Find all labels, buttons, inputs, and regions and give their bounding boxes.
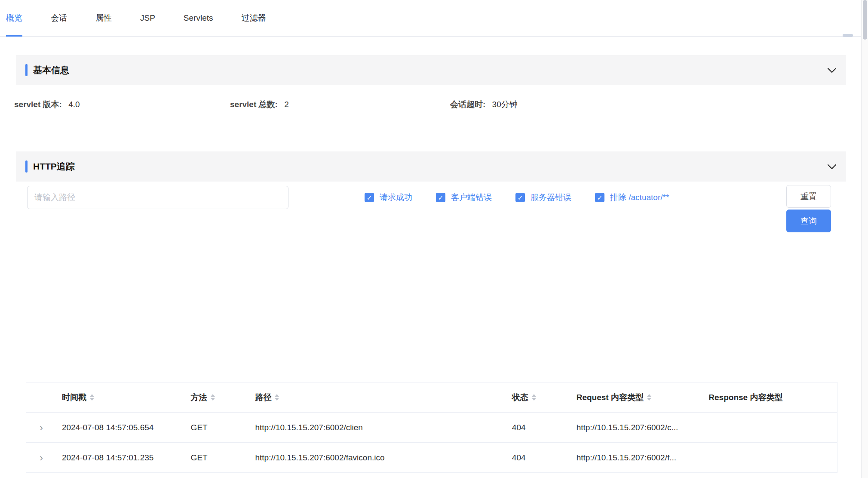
tab-session[interactable]: 会话 [51, 0, 67, 37]
status-filter-group: ✓ 请求成功 ✓ 客户端错误 ✓ 服务器错误 ✓ 排除 /actuator/** [365, 186, 669, 209]
checkbox-checked-icon[interactable]: ✓ [436, 193, 445, 202]
filter-label: 请求成功 [380, 192, 412, 203]
session-timeout-field: 会话超时: 30分钟 [450, 99, 518, 110]
column-header-method[interactable]: 方法 [185, 392, 250, 403]
servlet-total-field: servlet 总数: 2 [230, 99, 289, 110]
table-row: › 2024-07-08 14:57:01.235 GET http://10.… [26, 443, 837, 473]
cell-path: http://10.15.15.207:6002/favicon.ico [249, 453, 506, 463]
cell-timestamp: 2024-07-08 14:57:01.235 [56, 453, 185, 463]
checkbox-checked-icon[interactable]: ✓ [595, 193, 604, 202]
filter-server-error[interactable]: ✓ 服务器错误 [515, 192, 571, 203]
column-header-path[interactable]: 路径 [249, 392, 506, 403]
table-row: › 2024-07-08 14:57:05.654 GET http://10.… [26, 413, 837, 443]
cell-status: 404 [506, 423, 571, 432]
sort-icon[interactable] [90, 394, 94, 401]
cell-request-content-type: http://10.15.15.207:6002/f... [571, 453, 703, 463]
tab-bar: 概览 会话 属性 JSP Servlets 过滤器 [0, 0, 861, 37]
filter-client-error[interactable]: ✓ 客户端错误 [436, 192, 492, 203]
reset-button[interactable]: 重置 [786, 185, 831, 208]
accent-bar [25, 160, 28, 173]
http-trace-chart: 15 10 5 0 2024-07-08 14:57:02.365 2024-0… [0, 256, 868, 366]
chevron-right-icon[interactable]: › [40, 422, 43, 433]
field-value: 4.0 [68, 100, 80, 109]
filter-label: 客户端错误 [451, 192, 492, 203]
servlet-overview-page: 概览 会话 属性 JSP Servlets 过滤器 基本信息 servlet 版… [0, 0, 868, 478]
filter-label: 服务器错误 [531, 192, 571, 203]
servlet-version-field: servlet 版本: 4.0 [14, 99, 80, 110]
tab-overview[interactable]: 概览 [6, 0, 22, 37]
tab-filters[interactable]: 过滤器 [242, 0, 266, 37]
check-icon: ✓ [518, 194, 523, 201]
accent-bar [25, 64, 28, 76]
query-button[interactable]: 查询 [786, 210, 831, 232]
cell-path: http://10.15.15.207:6002/clien [249, 423, 506, 432]
cell-method: GET [185, 453, 250, 463]
filter-label: 排除 /actuator/** [610, 192, 669, 203]
column-label: 状态 [512, 392, 528, 403]
checkbox-checked-icon[interactable]: ✓ [515, 193, 525, 202]
filter-request-success[interactable]: ✓ 请求成功 [365, 192, 412, 203]
vertical-scrollbar[interactable] [861, 0, 868, 478]
cell-status: 404 [506, 453, 571, 463]
http-trace-title: HTTP追踪 [33, 160, 75, 173]
column-label: Response 内容类型 [709, 392, 782, 403]
column-header-status[interactable]: 状态 [506, 392, 571, 403]
table-header-row: 时间戳 方法 路径 状态 Request 内容类型 Response 内容类型 [26, 382, 837, 413]
sort-icon[interactable] [532, 394, 536, 401]
column-header-response-content-type: Response 内容类型 [703, 392, 837, 403]
tab-attributes[interactable]: 属性 [95, 0, 112, 37]
http-trace-section-header[interactable]: HTTP追踪 [16, 151, 846, 182]
checkbox-checked-icon[interactable]: ✓ [365, 193, 374, 202]
field-value: 30分钟 [492, 100, 518, 109]
filter-exclude-actuator[interactable]: ✓ 排除 /actuator/** [595, 192, 669, 203]
field-label: servlet 版本: [14, 100, 62, 109]
check-icon: ✓ [597, 194, 603, 201]
path-search-input[interactable] [27, 186, 288, 209]
basic-info-section-header[interactable]: 基本信息 [16, 55, 846, 85]
sort-icon[interactable] [275, 394, 279, 401]
cell-request-content-type: http://10.15.15.207:6002/c... [571, 423, 703, 432]
field-value: 2 [284, 100, 289, 109]
column-label: 方法 [191, 392, 207, 403]
check-icon: ✓ [367, 194, 372, 201]
http-trace-table: 时间戳 方法 路径 状态 Request 内容类型 Response 内容类型 [26, 382, 837, 473]
column-label: 路径 [255, 392, 271, 403]
horizontal-scrollbar-thumb[interactable] [843, 34, 853, 37]
cell-timestamp: 2024-07-08 14:57:05.654 [56, 423, 185, 432]
chevron-right-icon[interactable]: › [40, 453, 43, 463]
sort-icon[interactable] [647, 394, 651, 401]
chevron-down-icon[interactable] [827, 164, 837, 170]
cell-method: GET [185, 423, 250, 432]
field-label: servlet 总数: [230, 100, 278, 109]
column-header-request-content-type[interactable]: Request 内容类型 [571, 392, 703, 403]
basic-info-title: 基本信息 [33, 64, 69, 76]
tab-jsp[interactable]: JSP [140, 0, 155, 37]
column-label: Request 内容类型 [577, 392, 644, 403]
vertical-scrollbar-thumb[interactable] [863, 0, 867, 40]
column-header-timestamp[interactable]: 时间戳 [56, 392, 185, 403]
field-label: 会话超时: [450, 100, 485, 109]
tab-servlets[interactable]: Servlets [184, 0, 213, 37]
column-label: 时间戳 [62, 392, 86, 403]
chevron-down-icon[interactable] [827, 68, 837, 73]
check-icon: ✓ [438, 194, 444, 201]
sort-icon[interactable] [211, 394, 215, 401]
